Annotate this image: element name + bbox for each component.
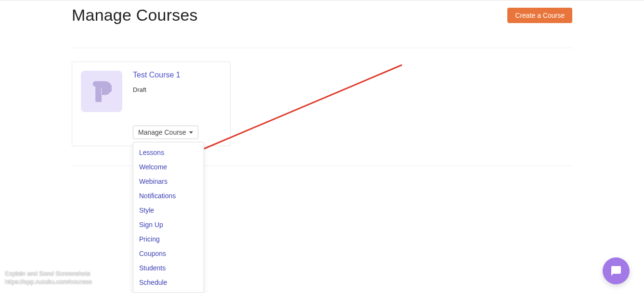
caret-down-icon (189, 131, 193, 134)
course-status: Draft (133, 86, 180, 93)
dropdown-label: Manage Course (138, 128, 186, 136)
chat-help-button[interactable] (603, 257, 630, 284)
card-top: Test Course 1 Draft (81, 71, 221, 112)
dropdown-menu: Lessons Welcome Webinars Notifications S… (133, 142, 204, 293)
menu-item-style[interactable]: Style (133, 203, 204, 217)
menu-item-webinars[interactable]: Webinars (133, 174, 204, 189)
watermark: Explain and Send Screenshots https://app… (5, 270, 92, 286)
ruzuku-logo-icon (91, 79, 112, 104)
menu-item-students[interactable]: Students (133, 261, 204, 275)
page-title: Manage Courses (72, 6, 198, 25)
menu-item-welcome[interactable]: Welcome (133, 160, 204, 174)
header-row: Manage Courses Create a Course (72, 0, 572, 25)
watermark-line2: https://app.ruzuku.com/courses (5, 278, 92, 286)
menu-item-coupons[interactable]: Coupons (133, 246, 204, 261)
main-container: Manage Courses Create a Course Test Cour… (72, 0, 572, 166)
menu-item-pricing[interactable]: Pricing (133, 232, 204, 246)
menu-item-schedule[interactable]: Schedule (133, 275, 204, 290)
chat-icon (610, 265, 622, 277)
divider-top (72, 48, 572, 48)
create-course-button[interactable]: Create a Course (507, 8, 572, 23)
menu-item-lessons[interactable]: Lessons (133, 145, 204, 160)
course-title-link[interactable]: Test Course 1 (133, 71, 180, 79)
menu-item-sign-up[interactable]: Sign Up (133, 217, 204, 232)
manage-course-button[interactable]: Manage Course (133, 126, 198, 139)
card-meta: Test Course 1 Draft (133, 71, 180, 112)
course-thumbnail (81, 71, 122, 112)
menu-item-notifications[interactable]: Notifications (133, 189, 204, 203)
watermark-line1: Explain and Send Screenshots (5, 270, 92, 278)
course-card: Test Course 1 Draft Manage Course Lesson… (72, 62, 231, 146)
manage-course-dropdown: Manage Course Lessons Welcome Webinars N… (133, 126, 221, 139)
